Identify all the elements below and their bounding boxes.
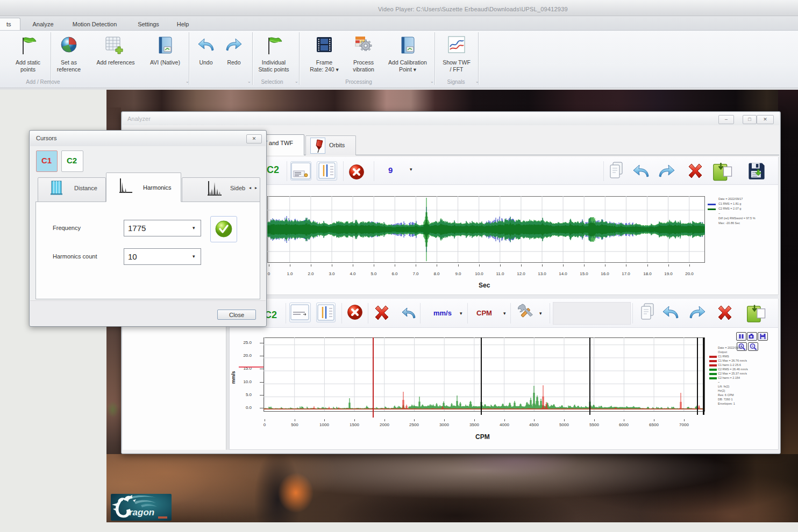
svg-text:ragon: ragon	[129, 507, 154, 517]
